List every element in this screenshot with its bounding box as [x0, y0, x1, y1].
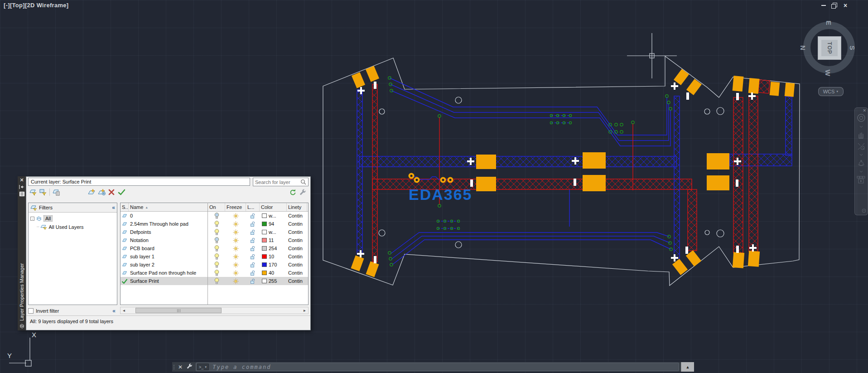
linetype-label[interactable]: Contin: [287, 220, 307, 228]
search-input[interactable]: [253, 179, 300, 185]
unlock-icon[interactable]: [250, 246, 256, 252]
viewcube-north[interactable]: N: [799, 45, 807, 50]
unlock-icon[interactable]: [250, 278, 256, 284]
bulb-icon[interactable]: [214, 245, 219, 252]
refresh-icon[interactable]: [288, 188, 298, 197]
sun-icon[interactable]: [233, 262, 239, 268]
color-swatch[interactable]: [262, 222, 267, 226]
invert-filter-checkbox[interactable]: [28, 308, 34, 314]
horizontal-scrollbar[interactable]: ◄ ►: [120, 307, 309, 314]
unlock-icon[interactable]: [250, 213, 256, 219]
layer-row[interactable]: 2.54mm Through hole pad94Contin: [121, 220, 308, 228]
tree-item-all[interactable]: - All: [30, 215, 115, 222]
chevron-down-icon[interactable]: [859, 126, 863, 128]
layer-name[interactable]: sub layer 1: [129, 252, 208, 261]
steering-wheel-icon[interactable]: [857, 113, 866, 122]
tree-expand-icon[interactable]: -: [30, 217, 34, 221]
column-header[interactable]: On: [208, 203, 225, 211]
layer-row[interactable]: Notation11Contin: [121, 236, 308, 244]
layer-list-header[interactable]: S..Name▲OnFreezeL...ColorLinety: [121, 203, 308, 212]
new-layer-icon[interactable]: [87, 188, 96, 197]
restore-icon[interactable]: [831, 2, 838, 9]
sun-icon[interactable]: [233, 246, 239, 252]
bulb-icon[interactable]: [214, 253, 219, 260]
layer-name[interactable]: 2.54mm Through hole pad: [129, 220, 208, 228]
chevron-down-icon[interactable]: [859, 170, 863, 173]
close-icon[interactable]: ×: [842, 2, 849, 9]
set-current-icon[interactable]: [116, 188, 126, 197]
viewport-controls[interactable]: [-][Top][2D Wireframe]: [4, 2, 68, 9]
sun-icon[interactable]: [233, 229, 239, 235]
tree-item-all-used-layers[interactable]: ┈ All Used Layers: [37, 223, 115, 231]
pan-hand-icon[interactable]: [857, 131, 865, 139]
layer-name[interactable]: Surface Pad non through hole: [129, 269, 208, 277]
command-history-icon[interactable]: ▲: [681, 362, 694, 372]
viewcube-west[interactable]: W: [824, 69, 832, 76]
sun-icon[interactable]: [233, 278, 239, 284]
color-swatch[interactable]: [262, 238, 267, 242]
delete-layer-icon[interactable]: [106, 188, 116, 197]
column-header[interactable]: Freeze: [225, 203, 246, 211]
sun-icon[interactable]: [233, 254, 239, 260]
new-layer-vp-frozen-icon[interactable]: [96, 188, 106, 197]
linetype-label[interactable]: Contin: [287, 212, 307, 220]
linetype-label[interactable]: Contin: [287, 252, 307, 261]
bulb-icon[interactable]: [214, 262, 219, 268]
layer-row[interactable]: Surface Pad non through hole40Contin: [121, 269, 308, 277]
layer-name[interactable]: Defpoints: [129, 228, 208, 236]
bulb-icon[interactable]: [214, 237, 219, 243]
linetype-label[interactable]: Contin: [287, 261, 307, 269]
layer-row[interactable]: Defpointsw...Contin: [121, 228, 308, 236]
sun-icon[interactable]: [233, 213, 239, 219]
layer-name[interactable]: Notation: [129, 236, 208, 244]
color-swatch[interactable]: [262, 213, 267, 218]
wcs-dropdown[interactable]: WCS ▼: [818, 87, 844, 96]
chevron-down-icon[interactable]: [859, 154, 863, 156]
unlock-icon[interactable]: [250, 237, 256, 243]
minimize-icon[interactable]: [820, 2, 827, 9]
bulb-icon[interactable]: [214, 278, 219, 284]
command-customize-wrench-icon[interactable]: [185, 363, 194, 371]
layer-row[interactable]: sub layer 2170Contin: [121, 261, 308, 269]
sun-icon[interactable]: [233, 237, 239, 243]
collapse-panel-icon[interactable]: «: [112, 308, 116, 314]
zoom-icon[interactable]: [857, 142, 865, 150]
linetype-label[interactable]: Contin: [287, 277, 307, 285]
column-header[interactable]: Name▲: [129, 203, 208, 211]
color-swatch[interactable]: [262, 271, 267, 275]
settings-wrench-icon[interactable]: [298, 188, 308, 197]
linetype-label[interactable]: Contin: [287, 228, 307, 236]
showmotion-icon[interactable]: [857, 176, 866, 184]
bulb-icon[interactable]: [214, 229, 219, 235]
column-header[interactable]: S..: [121, 203, 129, 211]
layer-row[interactable]: Surface Print255Contin: [121, 277, 308, 285]
palette-close-icon[interactable]: ✕: [19, 177, 24, 183]
viewcube-top-face[interactable]: TOP: [818, 36, 841, 60]
unlock-icon[interactable]: [250, 221, 256, 227]
more-icon[interactable]: [862, 208, 866, 213]
layer-states-icon[interactable]: [51, 188, 61, 197]
color-swatch[interactable]: [262, 262, 267, 267]
bulb-icon[interactable]: [214, 221, 219, 227]
layer-name[interactable]: sub layer 2: [129, 261, 208, 269]
viewcube-east[interactable]: E: [825, 20, 833, 25]
layer-row[interactable]: PCB board254Contin: [121, 244, 308, 252]
color-swatch[interactable]: [262, 279, 267, 283]
scroll-right-icon[interactable]: ►: [301, 309, 308, 313]
command-bar-grip[interactable]: [172, 362, 176, 372]
unlock-icon[interactable]: [250, 229, 256, 235]
command-prompt-button[interactable]: >_ ▼: [197, 363, 209, 370]
color-swatch[interactable]: [262, 246, 267, 251]
sun-icon[interactable]: [233, 270, 239, 276]
scroll-left-icon[interactable]: ◄: [121, 309, 127, 313]
scrollbar-thumb[interactable]: [135, 308, 222, 313]
new-property-filter-icon[interactable]: [28, 188, 38, 197]
sun-icon[interactable]: [233, 221, 239, 227]
column-header[interactable]: Color: [260, 203, 287, 211]
collapse-filters-icon[interactable]: «: [112, 204, 115, 211]
search-icon[interactable]: [300, 179, 307, 185]
layer-name[interactable]: Surface Print: [129, 277, 208, 285]
column-splitter[interactable]: [207, 203, 208, 305]
layer-row[interactable]: sub layer 110Contin: [121, 252, 308, 261]
column-header[interactable]: Linety: [287, 203, 307, 211]
